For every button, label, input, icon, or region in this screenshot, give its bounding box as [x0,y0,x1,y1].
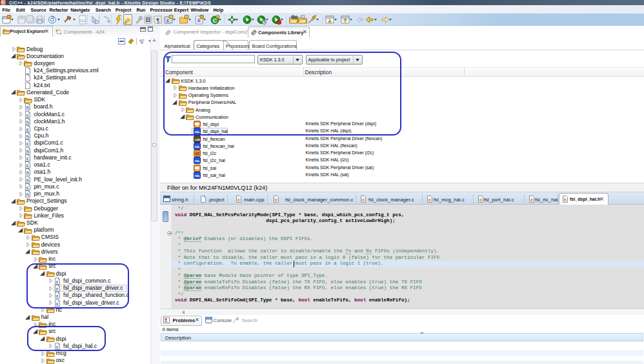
svg-text:c: c [26,156,29,161]
svg-text:h: h [26,149,29,154]
svg-text:h: h [26,192,29,197]
svg-text:c: c [362,197,365,202]
svg-text:h: h [564,197,567,202]
svg-text:c: c [275,197,277,202]
svg-text:c: c [166,18,169,23]
svg-text:c: c [26,113,29,117]
svg-text:h: h [26,178,29,183]
svg-text:h: h [26,170,29,175]
svg-text:c: c [26,163,29,168]
svg-text:h: h [26,134,29,139]
svg-text:c: c [428,197,431,202]
svg-text:c: c [479,197,482,202]
svg-text:c: c [26,185,29,190]
svg-text:c: c [198,18,201,23]
svg-text:¶: ¶ [156,17,159,24]
svg-text:h: h [26,105,29,110]
svg-text:c: c [26,141,29,146]
svg-text:c: c [237,197,240,202]
svg-text:010: 010 [79,19,85,23]
svg-text:h: h [26,120,29,125]
svg-text:c: c [530,197,533,202]
svg-text:c: c [26,127,29,132]
